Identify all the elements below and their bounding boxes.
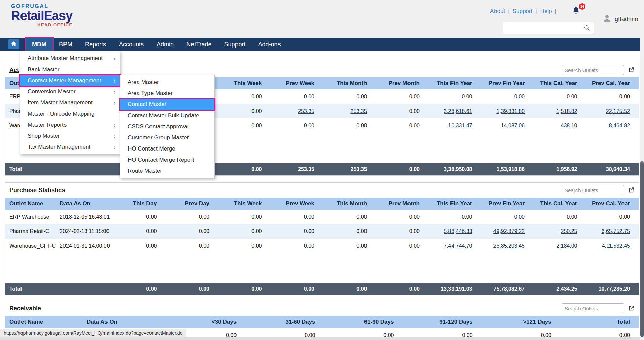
outlet-name-cell: ERP Warehouse	[5, 210, 56, 224]
app-header: GOFRUGAL RetailEasy HEAD OFFICE About|Su…	[0, 0, 644, 38]
value-cell: 0.00	[166, 210, 218, 224]
total-value-cell: 253.35	[271, 163, 324, 175]
username: gftadmin	[615, 16, 638, 23]
search-outlets-input[interactable]	[562, 303, 624, 313]
submenu-item-ho-contact-merge[interactable]: HO Contact Merge	[120, 143, 214, 154]
notifications-button[interactable]: 14	[571, 6, 582, 16]
column-header-this-month: This Month	[323, 198, 376, 210]
nav-item-nettrade[interactable]: NetTrade	[180, 38, 218, 51]
value-cell: 0.00	[533, 210, 586, 224]
menu-item-label: Master Reports	[28, 122, 67, 128]
vertical-scrollbar[interactable]	[640, 0, 644, 340]
drilldown-link[interactable]: 10,331.47	[448, 123, 472, 128]
drilldown-link[interactable]: 253.35	[351, 108, 367, 114]
menu-item-label: Contact Master	[128, 101, 166, 108]
open-in-new-icon[interactable]	[628, 67, 635, 73]
link-separator: |	[508, 8, 509, 14]
total-value-cell: 253.35	[323, 163, 376, 175]
drilldown-link[interactable]: 6,65,752.75	[601, 228, 630, 234]
drilldown-link[interactable]: 8,464.82	[609, 123, 630, 128]
value-cell: 0.00	[218, 224, 271, 239]
column-header-data-as-on: Data As On	[56, 198, 113, 210]
value-cell: 0.00	[218, 118, 271, 133]
home-button[interactable]	[8, 39, 19, 49]
submenu-item-area-master[interactable]: Area Master	[120, 77, 214, 88]
drilldown-link[interactable]: 2,184.00	[556, 243, 577, 249]
drilldown-link[interactable]: 253.35	[298, 108, 314, 114]
menu-item-bank-master[interactable]: Bank Master	[20, 64, 120, 75]
chevron-right-icon: ›	[113, 99, 116, 106]
nav-item-reports[interactable]: Reports	[79, 38, 113, 51]
panel-tools	[562, 303, 635, 313]
total-value-cell: 3,38,950.08	[428, 163, 481, 175]
menu-item-master-unicode-mapping[interactable]: Master - Unicode Mapping	[20, 108, 120, 119]
search-outlets-input[interactable]	[562, 65, 624, 75]
total-value-cell: 75,78,082.67	[481, 283, 534, 295]
total-value-cell: 0.00	[376, 163, 429, 175]
drilldown-link[interactable]: 7,44,744.70	[444, 243, 472, 249]
menu-item-shop-master[interactable]: Shop Master›	[20, 130, 120, 141]
drilldown-link[interactable]: 1,39,831.80	[496, 108, 525, 114]
menu-item-item-master-management[interactable]: Item Master Management›	[20, 97, 120, 108]
drilldown-link[interactable]: 438.10	[561, 123, 577, 128]
drilldown-link[interactable]: 14,087.06	[501, 123, 525, 128]
total-empty-cell	[56, 163, 113, 175]
value-cell: 0.00	[218, 104, 271, 118]
submenu-item-contact-master[interactable]: Contact Master	[120, 99, 214, 110]
nav-item-accounts[interactable]: Accounts	[113, 38, 150, 51]
submenu-item-area-type-master[interactable]: Area Type Master	[120, 88, 214, 99]
drilldown-link[interactable]: 250.25	[561, 228, 577, 234]
nav-item-add-ons[interactable]: Add-ons	[252, 38, 287, 51]
menu-item-contact-master-management[interactable]: Contact Master Management›	[20, 75, 120, 86]
drilldown-link[interactable]: 22,175.52	[606, 108, 630, 114]
value-cell: 0.00	[586, 89, 639, 104]
menu-item-tax-master-management[interactable]: Tax Master Management›	[20, 141, 120, 153]
submenu-item-contact-master-bulk-update[interactable]: Contact Master Bulk Update	[120, 110, 214, 121]
outlet-name-cell: Warehouse_GFT-C	[5, 239, 56, 253]
open-in-new-icon[interactable]	[628, 305, 635, 312]
global-search-input[interactable]	[503, 22, 584, 34]
submenu-item-ho-contact-merge-report[interactable]: HO Contact Merge Report	[120, 154, 214, 165]
value-cell: 0.00	[323, 89, 376, 104]
user-menu[interactable]: gftadmin	[602, 13, 638, 25]
drilldown-link[interactable]: 25,85,203.45	[493, 243, 525, 249]
nav-item-admin[interactable]: Admin	[150, 38, 180, 51]
column-header-this-week: This Week	[218, 77, 271, 89]
value-cell: 22,175.52	[586, 104, 639, 118]
menu-item-master-reports[interactable]: Master Reports›	[20, 119, 120, 130]
scrollbar-thumb[interactable]	[640, 161, 644, 337]
menu-item-attribute-master-management[interactable]: Attribute Master Management›	[20, 53, 120, 64]
value-cell: 0.00	[376, 224, 429, 239]
menu-item-conversion-master[interactable]: Conversion Master›	[20, 86, 120, 97]
search-icon[interactable]	[584, 25, 590, 31]
value-cell: 10,331.47	[428, 118, 481, 133]
panel-tools	[562, 65, 635, 75]
menu-item-label: Customer Group Master	[128, 134, 189, 141]
nav-item-support[interactable]: Support	[218, 38, 252, 51]
submenu-item-csds-contact-approval[interactable]: CSDS Contact Approval	[120, 121, 214, 132]
submenu-item-route-master[interactable]: Route Master	[120, 165, 214, 176]
nav-item-mdm[interactable]: MDM	[26, 38, 53, 51]
user-avatar-icon	[602, 13, 612, 25]
home-icon	[10, 40, 17, 48]
submenu-item-customer-group-master[interactable]: Customer Group Master	[120, 132, 214, 143]
help-link[interactable]: Help	[540, 8, 552, 14]
column-header-prev-month: Prev Month	[376, 198, 429, 210]
drilldown-link[interactable]: 3,28,618.61	[444, 108, 472, 114]
drilldown-link[interactable]: 1,518.82	[556, 108, 577, 114]
column-header-this-week: This Week	[218, 198, 271, 210]
support-link[interactable]: Support	[513, 8, 533, 14]
drilldown-link[interactable]: 5,88,446.33	[444, 228, 472, 234]
drilldown-link[interactable]: 49,92,879.22	[493, 228, 525, 234]
open-in-new-icon[interactable]	[628, 187, 635, 194]
about-link[interactable]: About	[490, 8, 505, 14]
column-header-prev-cal-year: Prev Cal. Year	[586, 198, 639, 210]
status-url: https://hqpharmacy.gofrugal.com/RayMedi_…	[4, 330, 182, 336]
nav-item-bpm[interactable]: BPM	[53, 38, 79, 51]
outlet-name-cell: Pharma Retail-C	[5, 224, 56, 239]
menu-item-label: HO Contact Merge	[128, 145, 175, 152]
search-outlets-input[interactable]	[562, 185, 624, 195]
contact-master-submenu: Area MasterArea Type MasterContact Maste…	[120, 75, 215, 178]
drilldown-link[interactable]: 4,11,532.45	[602, 243, 630, 249]
value-cell: 0.00	[376, 118, 429, 133]
